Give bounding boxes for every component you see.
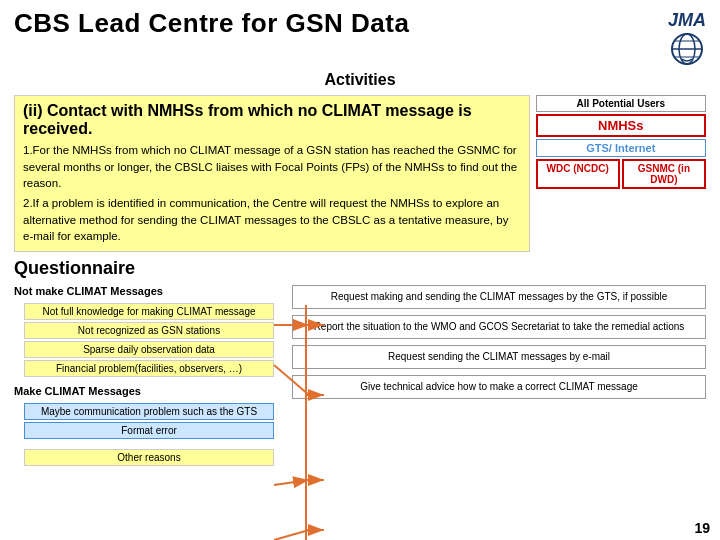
gsnmc-box: GSNMC (in DWD) [622, 159, 706, 189]
make-sub-items: Maybe communication problem such as the … [14, 403, 274, 439]
right-box-4: Give technical advice how to make a corr… [292, 375, 706, 399]
sub-item-format: Format error [24, 422, 274, 439]
contact-paragraph2: 2.If a problem is identified in communic… [23, 195, 521, 245]
not-make-sub-items: Not full knowledge for making CLIMAT mes… [14, 303, 274, 377]
right-legend-boxes: All Potential Users NMHSs GTS/ Internet … [536, 95, 706, 252]
sub-item-gsn: Not recognized as GSN stations [24, 322, 274, 339]
contact-paragraph1: 1.For the NMHSs from which no CLIMAT mes… [23, 142, 521, 192]
header: CBS Lead Centre for GSN Data JMA [14, 8, 706, 67]
right-box-1: Request making and sending the CLIMAT me… [292, 285, 706, 309]
wdc-box: WDC (NCDC) [536, 159, 620, 189]
sub-item-knowledge: Not full knowledge for making CLIMAT mes… [24, 303, 274, 320]
right-box-3: Request sending the CLIMAT messages by e… [292, 345, 706, 369]
right-box-2: Report the situation to the WMO and GCOS… [292, 315, 706, 339]
sub-item-sparse: Sparse daily observation data [24, 341, 274, 358]
page-title: CBS Lead Centre for GSN Data [14, 8, 409, 39]
page-number: 19 [694, 520, 710, 536]
jma-globe-icon [669, 31, 705, 67]
left-column: Not make CLIMAT Messages Not full knowle… [14, 285, 274, 466]
contact-heading: (ii) Contact with NMHSs from which no CL… [23, 102, 521, 138]
all-potential-box: All Potential Users [536, 95, 706, 112]
contact-section-box: (ii) Contact with NMHSs from which no CL… [14, 95, 530, 252]
not-make-label: Not make CLIMAT Messages [14, 285, 274, 297]
svg-line-8 [274, 530, 309, 540]
wdc-gsnmc-row: WDC (NCDC) GSNMC (in DWD) [536, 159, 706, 189]
questionnaire-title: Questionnaire [14, 258, 706, 279]
svg-line-7 [274, 480, 309, 485]
right-column: Request making and sending the CLIMAT me… [292, 285, 706, 466]
jma-logo: JMA [668, 10, 706, 67]
make-label: Make CLIMAT Messages [14, 385, 274, 397]
other-reasons-wrapper: Other reasons [14, 449, 274, 466]
top-section: (ii) Contact with NMHSs from which no CL… [14, 95, 706, 252]
activities-title: Activities [14, 71, 706, 89]
nmhss-box: NMHSs [536, 114, 706, 137]
questionnaire-section: Questionnaire Not make CLIMAT Messages N… [14, 258, 706, 466]
sub-item-gts: Maybe communication problem such as the … [24, 403, 274, 420]
sub-item-other: Other reasons [24, 449, 274, 466]
gts-box: GTS/ Internet [536, 139, 706, 157]
sub-item-financial: Financial problem(facilities, observers,… [24, 360, 274, 377]
jma-label: JMA [668, 10, 706, 31]
flow-area: Not make CLIMAT Messages Not full knowle… [14, 285, 706, 466]
